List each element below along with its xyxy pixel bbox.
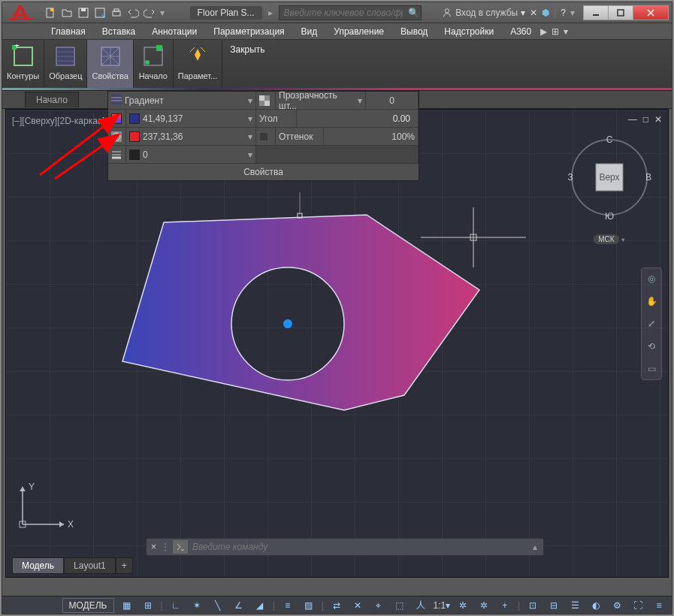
selection-filter-icon[interactable]: ⬚ <box>391 598 408 613</box>
wcs-badge[interactable]: МСК <box>594 234 618 244</box>
zoom-extents-icon[interactable]: ⤢ <box>644 316 659 331</box>
cmdline-close-icon[interactable]: × <box>147 542 161 552</box>
lineweight-icon[interactable] <box>108 146 126 163</box>
vp-minimize-icon[interactable]: — <box>628 114 637 125</box>
saveas-button[interactable] <box>92 5 107 20</box>
otrack-toggle-icon[interactable]: ◢ <box>252 598 268 613</box>
menu-manage[interactable]: Управление <box>326 25 391 38</box>
transparency-label-dropdown[interactable]: Прозрачность шт...▾ <box>276 92 366 109</box>
bim-icon[interactable]: ▶ <box>540 26 547 37</box>
status-model-button[interactable]: МОДЕЛЬ <box>62 598 114 613</box>
full-nav-wheel-icon[interactable]: ◎ <box>644 271 659 286</box>
transparency-toggle-icon[interactable]: ▨ <box>301 598 317 613</box>
menu-view[interactable]: Вид <box>294 25 325 38</box>
qat-dropdown-icon[interactable]: ▾ <box>159 8 166 18</box>
gradient-hatch-object[interactable] <box>104 192 494 440</box>
open-button[interactable] <box>59 5 74 20</box>
menu-parametric[interactable]: Параметризация <box>206 25 292 38</box>
workspace-switch-icon[interactable]: ✲ <box>476 598 492 613</box>
clean-screen-icon[interactable]: ⛶ <box>630 598 646 613</box>
tab-layout1[interactable]: Layout1 <box>64 557 116 574</box>
command-input[interactable] <box>192 542 527 552</box>
cmdline-handle-icon[interactable]: ⋮ <box>161 542 173 552</box>
menu-a360[interactable]: A360 <box>503 25 534 38</box>
tint-checkbox[interactable] <box>256 128 276 145</box>
lineweight-toggle-icon[interactable]: ≡ <box>280 598 296 613</box>
tab-model[interactable]: Модель <box>12 557 64 574</box>
ucs-icon[interactable]: Y X <box>15 479 75 532</box>
annotation-visibility-icon[interactable]: ✲ <box>455 598 471 613</box>
isodraft-icon[interactable]: ╲ <box>210 598 226 613</box>
search-icon[interactable]: 🔍 <box>407 8 421 18</box>
minimize-button[interactable] <box>583 5 609 20</box>
signin-button[interactable]: Вход в службы▾ <box>442 8 525 18</box>
units-icon[interactable]: ⊡ <box>524 598 541 613</box>
viewport-label[interactable]: [–][Сверху][2D-каркас] <box>12 116 104 126</box>
featured-apps-icon[interactable]: ⊞ <box>552 26 559 37</box>
isolate-objects-icon[interactable]: ◐ <box>588 598 604 613</box>
search-input[interactable] <box>280 8 407 18</box>
color1-dropdown[interactable]: 41,49,137▾ <box>126 110 256 127</box>
file-tab-start[interactable]: Начало <box>25 92 79 107</box>
selection-cycling-icon[interactable]: ⇄ <box>328 598 345 613</box>
dynamic-ucs-icon[interactable]: ⌖ <box>370 598 387 613</box>
viewcube[interactable]: С В Ю З Верх МСК ▾ <box>564 132 654 222</box>
app-logo[interactable] <box>2 2 40 23</box>
undo-button[interactable] <box>125 5 141 20</box>
color2-dropdown[interactable]: 237,31,36▾ <box>126 128 256 145</box>
hatch-type-dropdown[interactable]: Градиент▾ <box>108 92 256 109</box>
orbit-icon[interactable]: ⟲ <box>644 339 659 354</box>
customize-icon[interactable]: ≡ <box>651 598 667 613</box>
exchange-icon[interactable]: ✕ <box>530 8 537 18</box>
close-button[interactable] <box>633 5 669 20</box>
ribbon-min-icon[interactable]: ▾ <box>564 26 568 37</box>
transparency-icon[interactable] <box>256 92 276 109</box>
snap-toggle-icon[interactable]: ⊞ <box>140 598 156 613</box>
gizmo-icon[interactable]: 人 <box>413 598 429 613</box>
menu-home[interactable]: Главная <box>44 25 93 38</box>
center-grip[interactable] <box>283 319 292 328</box>
polar-toggle-icon[interactable]: ✶ <box>189 598 205 613</box>
lock-ui-icon[interactable]: ☰ <box>567 598 583 613</box>
transparency-value[interactable]: 0 <box>366 92 419 109</box>
quick-props-icon[interactable]: ⊟ <box>546 598 562 613</box>
annotation-scale[interactable]: 1:1▾ <box>434 598 450 613</box>
lineweight-dropdown[interactable]: 0▾ <box>126 146 256 163</box>
new-button[interactable] <box>43 5 58 20</box>
help-icon[interactable]: ? <box>561 8 566 18</box>
showmotion-icon[interactable]: ▭ <box>644 361 659 376</box>
tab-add[interactable]: + <box>116 557 133 574</box>
cmdline-prompt-icon[interactable] <box>173 540 188 554</box>
ortho-toggle-icon[interactable]: ∟ <box>168 598 184 613</box>
title-dropdown-icon[interactable]: ▸ <box>268 8 273 18</box>
osnap-toggle-icon[interactable]: ∠ <box>231 598 247 613</box>
cmdline-menu-icon[interactable]: ▴ <box>527 542 543 552</box>
menu-insert[interactable]: Вставка <box>95 25 144 38</box>
maximize-button[interactable] <box>608 5 633 20</box>
search-box[interactable]: 🔍 <box>279 5 422 20</box>
menu-addins[interactable]: Надстройки <box>437 25 501 38</box>
command-line[interactable]: × ⋮ ▴ <box>146 538 544 556</box>
save-button[interactable] <box>76 5 91 20</box>
ribbon-origin[interactable]: Начало <box>134 40 174 90</box>
vp-maximize-icon[interactable]: □ <box>643 114 648 125</box>
vp-close-icon[interactable]: ✕ <box>654 114 662 125</box>
pan-icon[interactable]: ✋ <box>644 294 659 309</box>
angle-input[interactable] <box>297 110 419 127</box>
print-button[interactable] <box>109 5 124 20</box>
ribbon-properties[interactable]: Свойства <box>87 40 133 90</box>
ribbon-pattern[interactable]: Образец <box>44 40 87 90</box>
color2-picker-icon[interactable] <box>108 128 126 145</box>
ribbon-params[interactable]: Парамет... <box>174 40 223 90</box>
ribbon-boundaries[interactable]: + Контуры <box>2 40 44 90</box>
redo-button[interactable] <box>142 5 157 20</box>
menu-output[interactable]: Вывод <box>393 25 435 38</box>
3dosnap-icon[interactable]: ✕ <box>349 598 366 613</box>
panel-title[interactable]: Свойства <box>108 164 419 180</box>
menu-annotate[interactable]: Аннотации <box>144 25 204 38</box>
hardware-accel-icon[interactable]: ⚙ <box>609 598 625 613</box>
ribbon-close-panel[interactable]: Закрыть <box>222 40 272 90</box>
grid-toggle-icon[interactable]: ▦ <box>119 598 135 613</box>
color1-picker-icon[interactable] <box>108 110 126 127</box>
annotation-monitor-icon[interactable]: + <box>497 598 513 613</box>
